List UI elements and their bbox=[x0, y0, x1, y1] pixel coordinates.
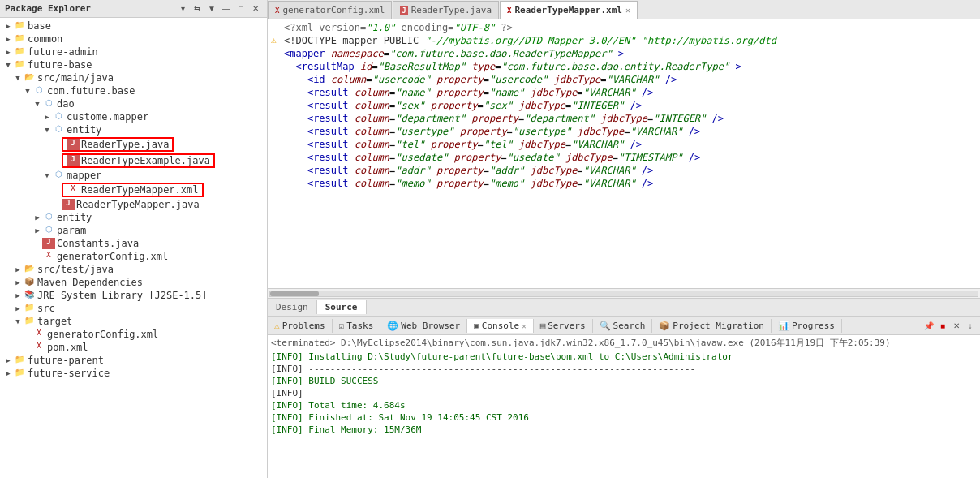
tab-project-migration[interactable]: 📦 Project Migration bbox=[652, 319, 772, 333]
tree-item-src[interactable]: ▶ 📁 src bbox=[0, 302, 267, 315]
expand-src-test[interactable]: ▶ bbox=[13, 265, 23, 273]
hscroll-track[interactable] bbox=[269, 291, 978, 297]
expand-entity2[interactable]: ▶ bbox=[32, 213, 42, 222]
java-icon-Constants: J bbox=[42, 238, 55, 249]
expand-common[interactable]: ▶ bbox=[3, 35, 13, 43]
tree-item-com-future-base[interactable]: ▼ ⬡ com.future.base bbox=[0, 84, 267, 97]
tree-item-mapper[interactable]: ▼ ⬡ mapper bbox=[0, 169, 267, 182]
code-text-6: <result column="name" property="name" jd… bbox=[284, 86, 653, 99]
tree-item-pom[interactable]: X pom.xml bbox=[0, 341, 267, 354]
tree-item-param[interactable]: ▶ ⬡ param bbox=[0, 224, 267, 237]
console-scroll-btn[interactable]: ↓ bbox=[964, 320, 977, 333]
tab-label-generatorConfig: generatorConfig.xml bbox=[282, 5, 385, 15]
tab-ReaderType[interactable]: J ReaderType.java bbox=[393, 1, 499, 19]
tree-item-ReaderTypeMapper-java[interactable]: J ReaderTypeMapper.java bbox=[0, 198, 267, 211]
code-line-4: <resultMap id="BaseResultMap" type="com.… bbox=[271, 60, 977, 73]
tree-item-ReaderType[interactable]: J ReaderType.java bbox=[0, 136, 267, 153]
tab-console[interactable]: ▣ Console ✕ bbox=[467, 319, 533, 333]
expand-dao[interactable]: ▼ bbox=[32, 100, 42, 108]
tree-item-ReaderTypeMapper-xml[interactable]: X ReaderTypeMapper.xml bbox=[0, 182, 267, 198]
tree-item-jre[interactable]: ▶ 📚 JRE System Library [J2SE-1.5] bbox=[0, 289, 267, 302]
tree-item-src-main[interactable]: ▼ 📂 src/main/java bbox=[0, 71, 267, 84]
folder-icon-jre: 📚 bbox=[23, 290, 36, 301]
hscroll-thumb[interactable] bbox=[270, 291, 319, 296]
console-clear-btn[interactable]: ✕ bbox=[950, 320, 963, 333]
expand-future-parent[interactable]: ▶ bbox=[3, 356, 13, 364]
expand-com-future-base[interactable]: ▼ bbox=[23, 87, 32, 95]
expand-future-admin[interactable]: ▶ bbox=[3, 48, 13, 56]
tree-item-future-base[interactable]: ▼ 📁 future-base bbox=[0, 58, 267, 71]
expand-maven-deps[interactable]: ▶ bbox=[13, 278, 23, 286]
tree-item-future-parent[interactable]: ▶ 📁 future-parent bbox=[0, 354, 267, 367]
tab-web-browser[interactable]: 🌐 Web Browser bbox=[380, 319, 467, 333]
tree-item-future-admin[interactable]: ▶ 📁 future-admin bbox=[0, 45, 267, 58]
tree-item-entity2[interactable]: ▶ ⬡ entity bbox=[0, 211, 267, 224]
tree-item-maven-deps[interactable]: ▶ 📦 Maven Dependencies bbox=[0, 276, 267, 289]
console-pin-btn[interactable]: 📌 bbox=[922, 320, 935, 333]
tree-label-future-base: future-base bbox=[28, 59, 92, 71]
tab-design[interactable]: Design bbox=[268, 300, 317, 314]
tab-generatorConfig[interactable]: X generatorConfig.xml bbox=[268, 1, 392, 19]
folder-icon-common: 📁 bbox=[13, 33, 26, 45]
tab-label-ReaderTypeMapper: ReaderTypeMapper.xml bbox=[514, 5, 621, 15]
expand-target[interactable]: ▼ bbox=[13, 317, 23, 325]
expand-mapper[interactable]: ▼ bbox=[42, 171, 52, 179]
tab-servers[interactable]: ▤ Servers bbox=[534, 319, 593, 333]
expand-param[interactable]: ▶ bbox=[32, 226, 42, 235]
tab-source[interactable]: Source bbox=[317, 300, 367, 314]
tab-progress[interactable]: 📊 Progress bbox=[772, 319, 842, 333]
expand-jre[interactable]: ▶ bbox=[13, 291, 23, 299]
console-icon: ▣ bbox=[474, 321, 479, 331]
tree-item-Constants[interactable]: J Constants.java bbox=[0, 237, 267, 250]
tree-item-entity[interactable]: ▼ ⬡ entity bbox=[0, 123, 267, 136]
editor-content[interactable]: <?xml version="1.0" encoding="UTF-8" ?> … bbox=[268, 19, 980, 288]
console-line-3: [INFO] ---------------------------------… bbox=[271, 387, 977, 399]
expand-base[interactable]: ▶ bbox=[3, 22, 13, 30]
tree-label-param: param bbox=[57, 225, 86, 236]
expand-entity[interactable]: ▼ bbox=[42, 126, 52, 134]
tree-item-custome-mapper[interactable]: ▶ ⬡ custome.mapper bbox=[0, 110, 267, 123]
expand-src[interactable]: ▶ bbox=[13, 304, 23, 312]
tree-item-base[interactable]: ▶ 📁 base bbox=[0, 19, 267, 32]
sidebar-close-btn[interactable]: ✕ bbox=[249, 2, 262, 15]
tree-label-src-test: src/test/java bbox=[37, 264, 114, 275]
tab-ReaderTypeMapper[interactable]: X ReaderTypeMapper.xml ✕ bbox=[500, 1, 638, 19]
tree-item-generatorConfig2[interactable]: X generatorConfig.xml bbox=[0, 328, 267, 341]
tab-close-ReaderTypeMapper[interactable]: ✕ bbox=[625, 6, 630, 15]
code-text-10: <result column="tel" property="tel" jdbc… bbox=[284, 138, 642, 151]
tree-label-future-admin: future-admin bbox=[28, 46, 98, 58]
console-line-5: [INFO] Finished at: Sat Nov 19 14:05:45 … bbox=[271, 411, 977, 424]
tab-project-migration-label: Project Migration bbox=[673, 321, 764, 331]
tree-item-future-service[interactable]: ▶ 📁 future-service bbox=[0, 367, 267, 380]
expand-future-base[interactable]: ▼ bbox=[3, 61, 13, 69]
tree-item-ReaderTypeExample[interactable]: J ReaderTypeExample.java bbox=[0, 153, 267, 169]
tab-problems[interactable]: ⚠ Problems bbox=[268, 319, 333, 333]
tab-console-close[interactable]: ✕ bbox=[522, 322, 526, 330]
gutter-13 bbox=[271, 177, 284, 190]
sidebar-min-btn[interactable]: — bbox=[220, 2, 233, 15]
editor-hscroll[interactable] bbox=[268, 288, 980, 298]
java-icon-ReaderTypeMapper: J bbox=[62, 199, 75, 210]
expand-src-main[interactable]: ▼ bbox=[13, 74, 23, 82]
sidebar-collapse-btn[interactable]: ▾ bbox=[176, 2, 189, 15]
code-line-13: <result column="memo" property="memo" jd… bbox=[271, 177, 977, 190]
expand-future-service[interactable]: ▶ bbox=[3, 369, 13, 377]
tree-item-dao[interactable]: ▼ ⬡ dao bbox=[0, 97, 267, 110]
console-stop-btn[interactable]: ■ bbox=[936, 320, 949, 333]
tree-item-target[interactable]: ▼ 📁 target bbox=[0, 315, 267, 328]
tab-problems-label: Problems bbox=[282, 321, 325, 331]
tree-label-com-future-base: com.future.base bbox=[47, 85, 135, 97]
sidebar-menu-btn[interactable]: ▼ bbox=[205, 2, 218, 15]
tree-item-src-test[interactable]: ▶ 📂 src/test/java bbox=[0, 263, 267, 276]
console-content[interactable]: <terminated> D:\MyEclipse2014\binary\com… bbox=[268, 335, 980, 478]
expand-custome-mapper[interactable]: ▶ bbox=[42, 113, 52, 121]
sidebar-link-btn[interactable]: ⇆ bbox=[191, 2, 204, 15]
sidebar-max-btn[interactable]: □ bbox=[234, 2, 247, 15]
code-text-11: <result column="usedate" property="useda… bbox=[284, 151, 700, 164]
tab-search[interactable]: 🔍 Search bbox=[593, 319, 653, 333]
sidebar: Package Explorer ▾ ⇆ ▼ — □ ✕ ▶ 📁 bbox=[0, 0, 268, 478]
tree-item-generatorConfig[interactable]: X generatorConfig.xml bbox=[0, 250, 267, 263]
tree-item-common[interactable]: ▶ 📁 common bbox=[0, 32, 267, 45]
tab-tasks-label: Tasks bbox=[346, 321, 373, 331]
tab-tasks[interactable]: ☑ Tasks bbox=[333, 319, 381, 333]
